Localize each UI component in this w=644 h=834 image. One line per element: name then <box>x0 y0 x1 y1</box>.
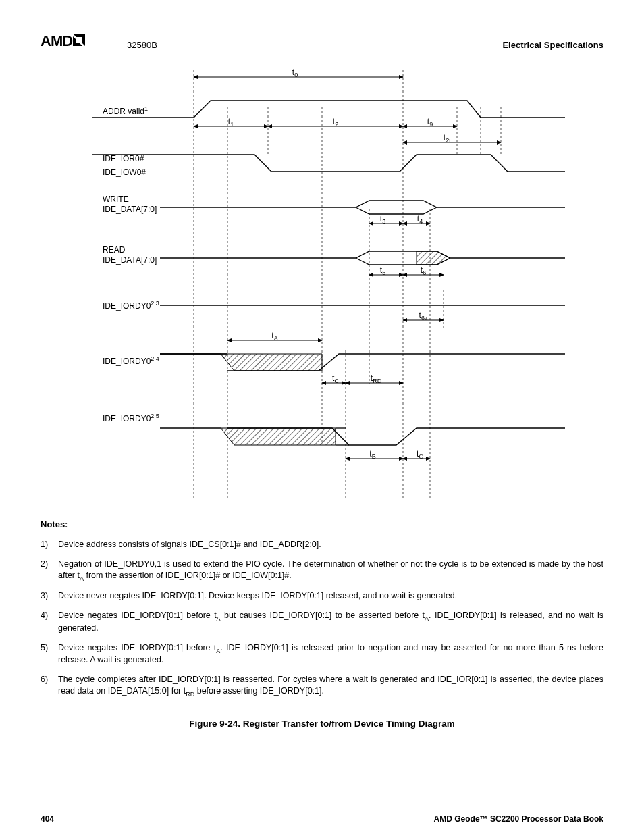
svg-text:WRITE: WRITE <box>103 194 129 204</box>
amd-logo: AMD <box>41 32 86 50</box>
note-item: 3) Device never negates IDE_IORDY[0:1]. … <box>41 590 603 602</box>
svg-text:IDE_IOR0#: IDE_IOR0# <box>103 154 144 163</box>
svg-text:t6: t6 <box>421 265 426 276</box>
page-header: AMD 32580B Electrical Specifications <box>41 32 603 53</box>
svg-text:tA: tA <box>271 331 277 342</box>
figure-caption: Figure 9-24. Register Transfer to/from D… <box>41 719 603 729</box>
section-title: Electrical Specifications <box>502 40 603 50</box>
svg-text:t2i: t2i <box>444 133 450 144</box>
svg-text:tB: tB <box>369 449 375 460</box>
svg-text:t6z: t6z <box>419 311 428 321</box>
note-item: 1) Device address consists of signals ID… <box>41 539 603 550</box>
svg-text:IDE_IORDY02,4: IDE_IORDY02,4 <box>103 355 159 366</box>
svg-text:IDE_IORDY02,5: IDE_IORDY02,5 <box>103 413 159 423</box>
svg-text:t5: t5 <box>380 265 385 276</box>
note-item: 6) The cycle completes after IDE_IORDY[0… <box>41 674 603 698</box>
page-number: 404 <box>41 814 54 824</box>
page-footer: 404 AMD Geode™ SC2200 Processor Data Boo… <box>41 810 603 824</box>
svg-text:ADDR valid1: ADDR valid1 <box>103 105 148 116</box>
note-item: 4) Device negates IDE_IORDY[0:1] before … <box>41 610 603 634</box>
note-item: 5) Device negates IDE_IORDY[0:1] before … <box>41 642 603 667</box>
svg-text:tC: tC <box>332 373 339 384</box>
svg-text:t9: t9 <box>427 117 433 128</box>
svg-text:t3: t3 <box>380 214 385 225</box>
svg-text:IDE_IOW0#: IDE_IOW0# <box>103 167 146 177</box>
svg-text:IDE_IORDY02,3: IDE_IORDY02,3 <box>103 300 159 311</box>
note-item: 2) Negation of IDE_IORDY0,1 is used to e… <box>41 558 603 583</box>
svg-text:t2: t2 <box>333 117 338 128</box>
doc-id: 32580B <box>127 40 157 50</box>
svg-text:t0: t0 <box>292 68 298 78</box>
svg-text:tC: tC <box>417 449 423 460</box>
book-title: AMD Geode™ SC2200 Processor Data Book <box>434 814 603 824</box>
svg-text:t1: t1 <box>228 117 234 128</box>
svg-text:t4: t4 <box>417 214 423 225</box>
svg-text:IDE_DATA[7:0]: IDE_DATA[7:0] <box>103 205 157 214</box>
svg-text:IDE_DATA[7:0]: IDE_DATA[7:0] <box>103 255 157 265</box>
notes-list: 1) Device address consists of signals ID… <box>41 539 603 698</box>
svg-text:READ: READ <box>103 245 126 255</box>
svg-text:tRD: tRD <box>371 373 382 384</box>
notes-heading: Notes: <box>41 519 603 529</box>
timing-diagram: t0 ADDR valid1 t1 t2 t9 t2i IDE_IOR0# ID… <box>41 67 603 499</box>
